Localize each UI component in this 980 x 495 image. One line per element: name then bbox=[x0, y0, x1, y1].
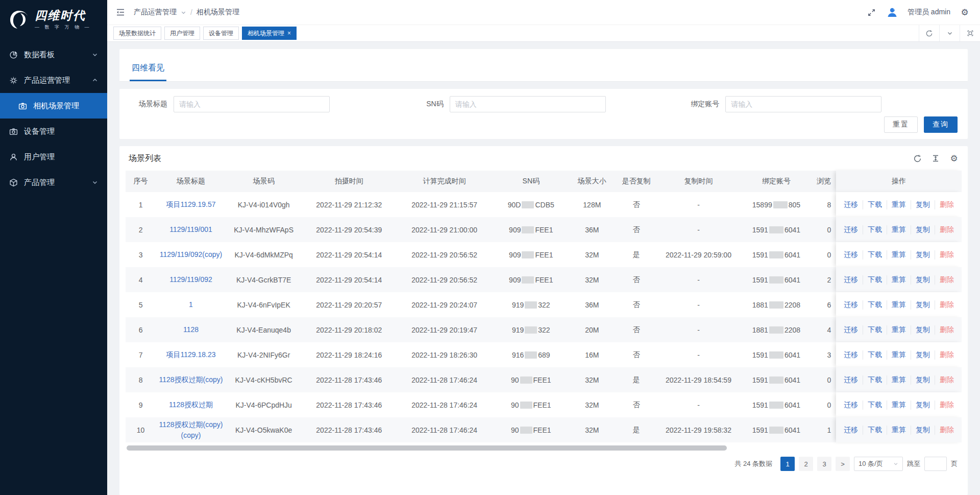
tab-siwei-kanjian[interactable]: 四维看见 bbox=[130, 63, 166, 81]
page-size-select[interactable]: 10 条/页 bbox=[854, 457, 903, 471]
sidebar-item-数据看板[interactable]: 数据看板 bbox=[0, 42, 107, 67]
pagination-next-button[interactable]: > bbox=[836, 457, 850, 471]
field-input-场景标题[interactable] bbox=[174, 96, 330, 112]
action-删除-link[interactable]: 删除 bbox=[935, 250, 959, 260]
breadcrumb-item-parent[interactable]: 产品运营管理 bbox=[134, 8, 177, 17]
action-迁移-link[interactable]: 迁移 bbox=[839, 300, 863, 310]
action-删除-link[interactable]: 删除 bbox=[935, 375, 959, 385]
action-复制-link[interactable]: 复制 bbox=[911, 275, 935, 285]
sidebar-item-用户管理[interactable]: 用户管理 bbox=[0, 144, 107, 170]
action-重算-link[interactable]: 重算 bbox=[887, 350, 911, 360]
sidebar-item-产品管理[interactable]: 产品管理 bbox=[0, 170, 107, 195]
settings-gear-icon[interactable]: ⚙ bbox=[960, 7, 970, 17]
sidebar-item-产品运营管理[interactable]: 产品运营管理 bbox=[0, 67, 107, 93]
page-button-3[interactable]: 3 bbox=[817, 457, 831, 471]
field-input-SN码[interactable] bbox=[450, 96, 606, 112]
scene-title-link[interactable]: 1129/119/092(copy) bbox=[160, 249, 222, 260]
action-迁移-link[interactable]: 迁移 bbox=[839, 325, 863, 335]
action-迁移-link[interactable]: 迁移 bbox=[839, 200, 863, 209]
action-重算-link[interactable]: 重算 bbox=[887, 300, 911, 310]
action-复制-link[interactable]: 复制 bbox=[911, 250, 935, 260]
action-删除-link[interactable]: 删除 bbox=[935, 225, 959, 234]
refresh-table-icon[interactable] bbox=[913, 154, 922, 163]
sidebar-item-相机场景管理[interactable]: 相机场景管理 bbox=[0, 93, 107, 119]
field-input-绑定账号[interactable] bbox=[725, 96, 881, 112]
action-重算-link[interactable]: 重算 bbox=[887, 200, 911, 209]
action-删除-link[interactable]: 删除 bbox=[935, 400, 959, 410]
page-button-1[interactable]: 1 bbox=[780, 457, 795, 471]
action-迁移-link[interactable]: 迁移 bbox=[839, 426, 863, 435]
close-tab-icon[interactable]: × bbox=[287, 30, 291, 37]
action-复制-link[interactable]: 复制 bbox=[911, 300, 935, 310]
action-迁移-link[interactable]: 迁移 bbox=[839, 275, 863, 285]
scene-title-link[interactable]: 1129/119/092 bbox=[169, 274, 212, 285]
tag-tab-设备管理[interactable]: 设备管理 bbox=[203, 27, 239, 40]
tag-tab-相机场景管理[interactable]: 相机场景管理× bbox=[242, 27, 297, 40]
action-下载-link[interactable]: 下载 bbox=[863, 325, 887, 335]
scene-title-link[interactable]: 1129/119/001 bbox=[169, 224, 212, 235]
cell-views: 0 bbox=[814, 392, 837, 417]
action-下载-link[interactable]: 下载 bbox=[863, 250, 887, 260]
action-删除-link[interactable]: 删除 bbox=[935, 300, 959, 310]
action-下载-link[interactable]: 下载 bbox=[863, 225, 887, 234]
maximize-content-icon[interactable] bbox=[960, 25, 980, 41]
page-button-2[interactable]: 2 bbox=[799, 457, 813, 471]
action-复制-link[interactable]: 复制 bbox=[911, 200, 935, 209]
action-重算-link[interactable]: 重算 bbox=[887, 250, 911, 260]
action-删除-link[interactable]: 删除 bbox=[935, 426, 959, 435]
collapse-sidebar-icon[interactable] bbox=[115, 7, 126, 17]
action-迁移-link[interactable]: 迁移 bbox=[839, 375, 863, 385]
scene-title-link[interactable]: 1128 bbox=[183, 324, 199, 335]
action-复制-link[interactable]: 复制 bbox=[911, 350, 935, 360]
row-height-icon[interactable] bbox=[931, 154, 940, 163]
action-删除-link[interactable]: 删除 bbox=[935, 350, 959, 360]
tag-tab-用户管理[interactable]: 用户管理 bbox=[164, 27, 200, 40]
action-重算-link[interactable]: 重算 bbox=[887, 426, 911, 435]
action-重算-link[interactable]: 重算 bbox=[887, 275, 911, 285]
action-复制-link[interactable]: 复制 bbox=[911, 426, 935, 435]
horizontal-scrollbar-thumb[interactable] bbox=[127, 445, 727, 451]
action-删除-link[interactable]: 删除 bbox=[935, 275, 959, 285]
action-迁移-link[interactable]: 迁移 bbox=[839, 250, 863, 260]
user-avatar-icon[interactable] bbox=[886, 6, 898, 18]
action-重算-link[interactable]: 重算 bbox=[887, 375, 911, 385]
query-button[interactable]: 查询 bbox=[924, 116, 958, 133]
action-迁移-link[interactable]: 迁移 bbox=[839, 400, 863, 410]
action-复制-link[interactable]: 复制 bbox=[911, 325, 935, 335]
scene-title-link[interactable]: 1128授权过期(copy) bbox=[159, 374, 223, 385]
action-下载-link[interactable]: 下载 bbox=[863, 350, 887, 360]
action-下载-link[interactable]: 下载 bbox=[863, 375, 887, 385]
action-下载-link[interactable]: 下载 bbox=[863, 300, 887, 310]
refresh-tab-icon[interactable] bbox=[919, 25, 939, 41]
action-下载-link[interactable]: 下载 bbox=[863, 426, 887, 435]
action-重算-link[interactable]: 重算 bbox=[887, 400, 911, 410]
action-删除-link[interactable]: 删除 bbox=[935, 200, 959, 209]
chevron-down-icon[interactable] bbox=[181, 10, 186, 15]
jump-page-input[interactable] bbox=[924, 457, 947, 471]
action-迁移-link[interactable]: 迁移 bbox=[839, 350, 863, 360]
action-下载-link[interactable]: 下载 bbox=[863, 200, 887, 209]
action-下载-link[interactable]: 下载 bbox=[863, 275, 887, 285]
action-删除-link[interactable]: 删除 bbox=[935, 325, 959, 335]
action-重算-link[interactable]: 重算 bbox=[887, 325, 911, 335]
action-下载-link[interactable]: 下载 bbox=[863, 400, 887, 410]
scene-title-link[interactable]: 项目1129.18.23 bbox=[166, 349, 215, 360]
scene-title-link[interactable]: 1128授权过期(copy)(copy) bbox=[159, 419, 223, 441]
action-复制-link[interactable]: 复制 bbox=[911, 400, 935, 410]
cell-seq: 9 bbox=[126, 392, 156, 417]
action-复制-link[interactable]: 复制 bbox=[911, 225, 935, 234]
column-settings-icon[interactable]: ⚙ bbox=[949, 154, 959, 163]
action-迁移-link[interactable]: 迁移 bbox=[839, 225, 863, 234]
reset-button[interactable]: 重置 bbox=[884, 116, 918, 133]
action-复制-link[interactable]: 复制 bbox=[911, 375, 935, 385]
scene-title-link[interactable]: 1 bbox=[189, 299, 193, 310]
sidebar-item-设备管理[interactable]: 设备管理 bbox=[0, 119, 107, 144]
scene-title-link[interactable]: 项目1129.19.57 bbox=[166, 199, 215, 210]
cell-bound-account: 15916041 bbox=[739, 242, 814, 267]
tag-tab-场景数据统计[interactable]: 场景数据统计 bbox=[113, 27, 161, 40]
scene-title-link[interactable]: 1128授权过期 bbox=[169, 399, 213, 410]
action-重算-link[interactable]: 重算 bbox=[887, 225, 911, 234]
tab-options-chevron-icon[interactable] bbox=[939, 25, 960, 41]
user-name[interactable]: 管理员 admin bbox=[908, 8, 950, 17]
fullscreen-icon[interactable] bbox=[867, 7, 877, 17]
